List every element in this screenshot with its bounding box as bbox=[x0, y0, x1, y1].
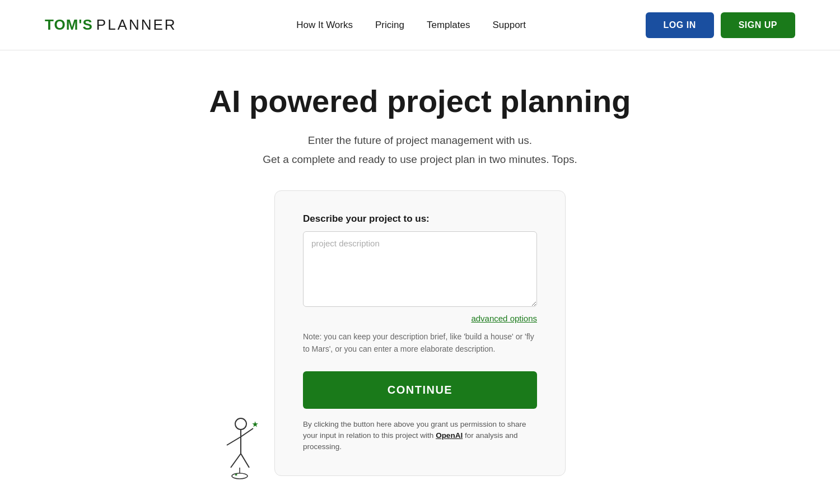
site-header: TOM'S PLANNER How It Works Pricing Templ… bbox=[0, 0, 840, 50]
continue-button[interactable]: CONTINUE bbox=[303, 371, 537, 409]
svg-line-5 bbox=[241, 454, 249, 468]
login-button[interactable]: LOG IN bbox=[646, 12, 714, 38]
project-description-input[interactable] bbox=[303, 231, 537, 307]
main-nav: How It Works Pricing Templates Support bbox=[296, 20, 526, 31]
logo[interactable]: TOM'S PLANNER bbox=[45, 16, 177, 34]
nav-templates[interactable]: Templates bbox=[427, 20, 470, 31]
svg-point-0 bbox=[235, 418, 246, 430]
svg-line-4 bbox=[231, 454, 241, 468]
svg-text:★: ★ bbox=[234, 472, 238, 477]
form-label: Describe your project to us: bbox=[303, 213, 537, 225]
nav-support[interactable]: Support bbox=[492, 20, 526, 31]
signup-button[interactable]: SIGN UP bbox=[721, 12, 795, 38]
advanced-options-link[interactable]: advanced options bbox=[303, 314, 537, 323]
form-note: Note: you can keep your description brie… bbox=[303, 331, 537, 355]
nav-how-it-works[interactable]: How It Works bbox=[296, 20, 353, 31]
svg-line-2 bbox=[227, 437, 241, 445]
header-buttons: LOG IN SIGN UP bbox=[646, 12, 795, 38]
main-content: AI powered project planning Enter the fu… bbox=[0, 50, 840, 498]
hero-subtitle-2: Get a complete and ready to use project … bbox=[263, 151, 577, 168]
project-form-card: Describe your project to us: advanced op… bbox=[274, 190, 566, 475]
hero-subtitle-1: Enter the future of project management w… bbox=[308, 132, 532, 149]
hero-title: AI powered project planning bbox=[209, 84, 631, 119]
stick-figure-svg: ★ ★ bbox=[218, 417, 263, 482]
logo-toms: TOM'S bbox=[45, 16, 93, 34]
card-wrapper: ★ ★ Describe your project to us: advance… bbox=[274, 170, 566, 475]
nav-pricing[interactable]: Pricing bbox=[375, 20, 404, 31]
logo-planner: PLANNER bbox=[96, 16, 177, 34]
svg-text:★: ★ bbox=[252, 421, 258, 428]
stick-figure-decoration: ★ ★ bbox=[218, 414, 269, 482]
openai-link[interactable]: OpenAI bbox=[436, 431, 463, 440]
permission-text: By clicking the button here above you gr… bbox=[303, 419, 537, 453]
